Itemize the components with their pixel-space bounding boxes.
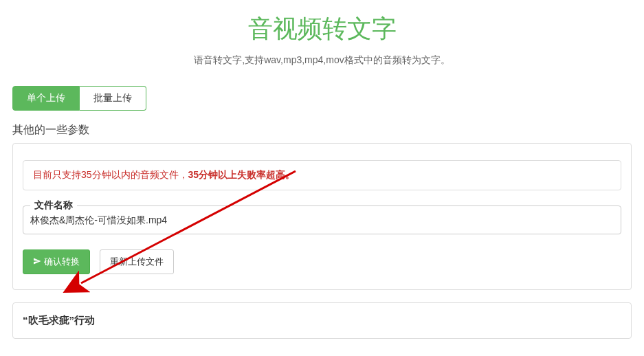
page-subtitle: 语音转文字,支持wav,mp3,mp4,mov格式中的音频转为文字。	[0, 54, 644, 67]
file-name-value: 林俊杰&周杰伦-可惜没如果.mp4	[30, 214, 614, 227]
file-name-field: 文件名称 林俊杰&周杰伦-可惜没如果.mp4	[23, 205, 621, 234]
second-panel-title: “吹毛求疵”行动	[23, 314, 621, 327]
section-label: 其他的一些参数	[12, 123, 644, 137]
second-panel: “吹毛求疵”行动	[12, 302, 632, 339]
params-panel: 目前只支持35分钟以内的音频文件，35分钟以上失败率超高。 文件名称 林俊杰&周…	[12, 143, 632, 290]
confirm-convert-label: 确认转换	[44, 256, 80, 268]
warning-emphasis: 35分钟以上失败率超高。	[188, 169, 296, 180]
tab-batch-upload[interactable]: 批量上传	[80, 86, 146, 111]
reupload-label: 重新上传文件	[110, 256, 164, 268]
send-icon	[33, 257, 41, 267]
reupload-button[interactable]: 重新上传文件	[100, 249, 174, 274]
file-name-legend: 文件名称	[30, 199, 77, 212]
page-title: 音视频转文字	[0, 12, 644, 46]
button-row: 确认转换 重新上传文件	[23, 249, 621, 274]
upload-tabs: 单个上传 批量上传	[12, 86, 644, 111]
confirm-convert-button[interactable]: 确认转换	[23, 249, 90, 274]
tab-single-upload[interactable]: 单个上传	[12, 86, 80, 111]
warning-box: 目前只支持35分钟以内的音频文件，35分钟以上失败率超高。	[23, 160, 621, 190]
warning-prefix: 目前只支持35分钟以内的音频文件，	[33, 169, 188, 180]
